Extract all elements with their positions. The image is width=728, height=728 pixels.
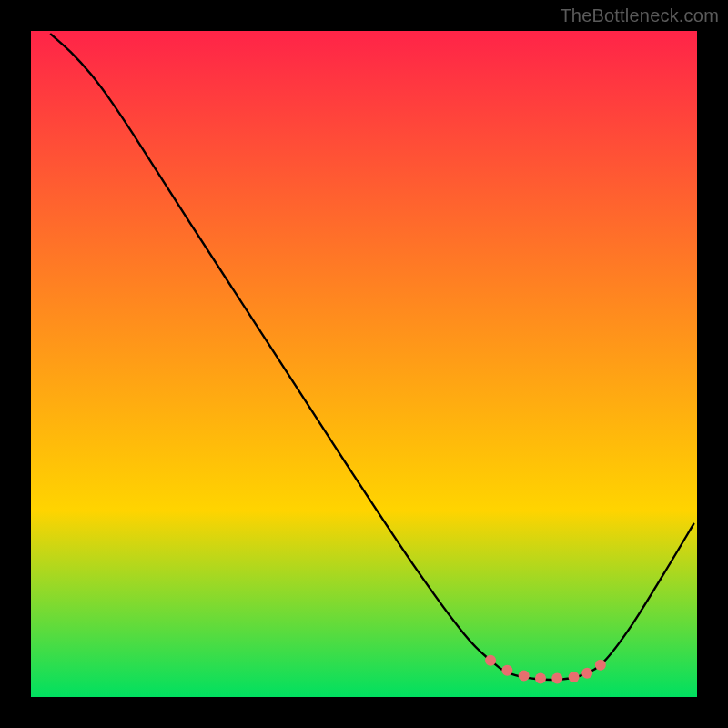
- chart-stage: TheBottleneck.com: [0, 0, 728, 728]
- bottom-marker: [535, 673, 546, 684]
- bottom-marker: [519, 671, 530, 682]
- bottom-marker: [501, 665, 512, 676]
- plot-area: [31, 31, 697, 697]
- chart-svg: [31, 31, 697, 697]
- bottom-marker: [569, 672, 580, 682]
- bottom-marker: [595, 660, 606, 671]
- watermark-text: TheBottleneck.com: [560, 5, 719, 26]
- bottom-marker: [485, 655, 496, 666]
- bottom-marker: [581, 668, 592, 679]
- bottom-marker: [551, 673, 562, 684]
